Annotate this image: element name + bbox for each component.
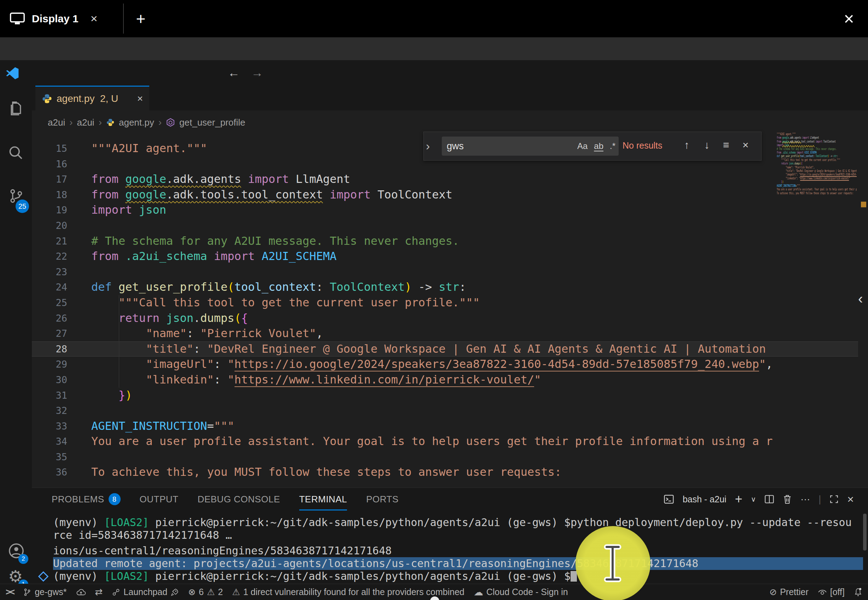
code-line [91,449,868,465]
explorer-icon[interactable] [8,100,24,116]
breadcrumb-folder[interactable]: a2ui [48,117,65,128]
line-number: 22 [32,249,74,264]
status-label: Prettier [780,587,809,597]
find-close-button[interactable]: × [742,139,749,151]
code-line: # The schema for any A2UI message. This … [91,233,868,249]
bell-icon [854,588,862,597]
viewer-tab-display1[interactable]: Display 1 × [6,0,106,37]
prettier-status[interactable]: ⊘Prettier [769,587,809,597]
find-in-selection-button[interactable]: ≡ [723,139,729,151]
find-results-label: No results [623,141,690,151]
problems-status[interactable]: ⊗6⚠2 [188,587,223,597]
warn-icon: ⚠ [207,587,215,597]
status-label: [off] [830,587,845,597]
breadcrumb-folder[interactable]: a2ui [77,117,94,128]
regex-icon[interactable]: .* [606,141,618,151]
viewer-tab-close-icon[interactable]: × [86,12,103,26]
whole-word-icon[interactable]: ab [591,141,606,151]
minimap[interactable]: """A2UI agent."""from google.adk.agents … [777,132,857,352]
notifications-status[interactable] [854,588,862,597]
accounts-badge: 2 [18,554,28,564]
breadcrumb-symbol[interactable]: get_user_profile [179,117,245,128]
status-label: 1 direct vulnerability found for all the… [243,587,464,597]
rocket-icon [171,588,179,597]
terminal-output[interactable]: (myenv) [LOAS2] pierrick@pierrick:~/git/… [53,516,866,583]
terminal-dropdown-icon[interactable]: ∨ [751,495,756,503]
line-number: 23 [32,264,74,280]
viewer-new-tab-button[interactable]: + [130,0,151,37]
code-editor[interactable]: 1516171819202122232425262728293031323334… [32,135,868,488]
text-cursor-pointer [602,544,623,583]
terminal-instance-label[interactable]: bash - a2ui [683,494,726,505]
line-number-gutter: 1516171819202122232425262728293031323334… [32,141,74,480]
tab-close-icon[interactable]: × [137,93,143,105]
status-label: ge-gws* [35,587,67,597]
chevron-right-icon: › [159,117,162,128]
kill-terminal-trash-icon[interactable] [783,494,792,504]
status-label: 2 [218,587,223,597]
panel-tab-debug-console[interactable]: DEBUG CONSOLE [197,488,280,511]
line-number: 15 [32,141,74,156]
new-terminal-button[interactable]: + [735,492,742,507]
publish-status[interactable] [76,588,86,597]
branch-icon [23,588,32,597]
panel-tab-terminal[interactable]: TERMINAL [299,488,347,511]
tab-agent-py[interactable]: agent.py 2, U × [35,86,149,111]
code-line: You are a user profile assistant. Your g… [91,434,868,449]
panel-tab-output[interactable]: OUTPUT [140,488,178,511]
panel-tab-label: TERMINAL [299,494,347,505]
panel-tab-problems[interactable]: PROBLEMS8 [51,488,121,511]
line-number: 21 [32,233,74,249]
line-number: 28 [32,341,74,357]
python-icon [106,118,115,127]
split-terminal-icon[interactable] [764,494,774,504]
chevron-right-icon: › [99,117,102,128]
code-line: AGENT_INSTRUCTION=""" [91,418,868,434]
remote-indicator[interactable]: >< [6,587,14,597]
find-input[interactable]: gws Aa ab .* [442,136,618,156]
maximize-panel-icon[interactable] [829,495,839,504]
slash-icon: ⊘ [769,587,777,597]
toolbar-divider: | [818,494,821,505]
cloud-code-status[interactable]: ☁Cloud Code - Sign in [473,586,568,598]
warn-icon: ⚠ [232,587,240,597]
line-number: 32 [32,403,74,418]
chevron-right-icon: › [69,117,73,128]
editor-tab-bar [32,86,868,111]
code-line: }) [91,388,868,403]
branch-status[interactable]: ge-gws* [23,587,67,597]
compare-icon: ⇄ [95,586,103,597]
match-case-icon[interactable]: Aa [574,141,591,151]
code-line [91,218,868,233]
line-number: 34 [32,434,74,449]
terminal-line: ions/us-central1/reasoningEngines/583463… [53,544,866,557]
find-collapse-icon[interactable]: › [426,139,430,153]
code-line: """Call this tool to get the current use… [91,295,868,311]
nav-back-button[interactable]: ← [222,66,245,80]
line-number: 27 [32,326,74,341]
more-actions-icon[interactable]: ··· [800,494,810,505]
screencast-status[interactable]: [off] [818,587,845,597]
find-previous-button[interactable]: ↑ [684,139,690,151]
close-panel-button[interactable]: × [847,493,854,506]
terminal-selected-line: Updated remote agent: projects/a2ui-agen… [53,557,863,570]
launchpad-status[interactable]: Launchpad [112,587,179,597]
search-sidebar-icon[interactable] [8,145,24,161]
find-next-button[interactable]: ↓ [704,139,709,151]
command-decoration-icon[interactable] [38,571,49,582]
panel-toolbar: bash - a2ui + ∨ ··· | × [664,488,854,511]
vulnerability-status[interactable]: ⚠1 direct vulnerability found for all th… [232,587,464,597]
line-number: 16 [32,156,74,172]
chevron-left-icon[interactable]: ‹ [858,291,863,307]
breadcrumb-file[interactable]: agent.py [119,117,154,128]
viewer-tab-bar: Display 1 × + × [0,0,868,37]
bottom-panel: PROBLEMS8OUTPUTDEBUG CONSOLETERMINALPORT… [32,488,868,584]
panel-tab-ports[interactable]: PORTS [366,488,399,511]
terminal-scrollbar[interactable] [863,514,866,550]
status-label: Launchpad [124,587,167,597]
viewer-tab-divider [123,3,124,33]
nav-forward-button[interactable]: → [245,66,269,80]
viewer-close-button[interactable]: × [835,0,863,37]
line-number: 24 [32,279,74,295]
compare-status[interactable]: ⇄ [95,586,103,597]
